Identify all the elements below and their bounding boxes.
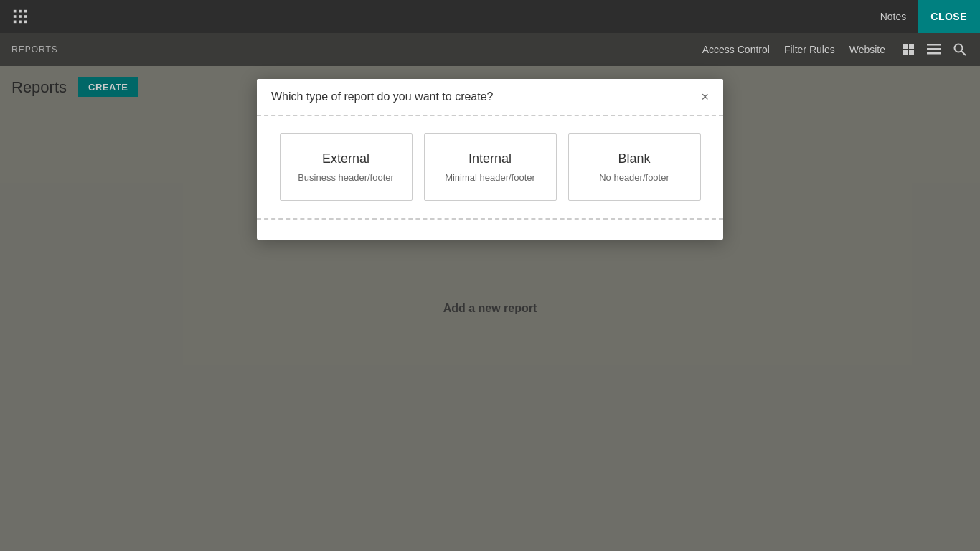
blank-card-title: Blank <box>618 151 650 166</box>
svg-rect-15 <box>927 52 941 55</box>
external-card-title: External <box>322 151 369 166</box>
close-button[interactable]: CLOSE <box>918 0 980 33</box>
svg-rect-0 <box>14 10 17 13</box>
modal-footer <box>257 220 723 240</box>
svg-rect-13 <box>927 44 941 46</box>
svg-rect-9 <box>903 44 908 49</box>
modal-header: Which type of report do you want to crea… <box>257 79 723 116</box>
apps-grid-icon[interactable] <box>7 4 33 29</box>
report-type-modal: Which type of report do you want to crea… <box>257 79 723 240</box>
secondary-nav-left: REPORTS <box>11 44 58 55</box>
modal-overlay: Which type of report do you want to crea… <box>0 66 980 551</box>
svg-rect-14 <box>927 48 941 50</box>
nav-icons <box>900 41 969 58</box>
avatar-icon[interactable] <box>900 41 917 58</box>
svg-rect-7 <box>19 21 22 24</box>
modal-title: Which type of report do you want to crea… <box>271 90 494 103</box>
svg-rect-2 <box>24 10 27 13</box>
search-icon[interactable] <box>951 41 969 58</box>
top-nav-right: Notes CLOSE <box>869 0 980 33</box>
svg-line-17 <box>961 51 966 55</box>
svg-rect-11 <box>903 50 908 55</box>
external-report-card[interactable]: External Business header/footer <box>280 133 413 201</box>
top-nav-bar: Notes CLOSE <box>0 0 980 33</box>
main-content-area: Reports CREATE Add a new report Which ty… <box>0 66 980 551</box>
blank-report-card[interactable]: Blank No header/footer <box>568 133 701 201</box>
external-card-subtitle: Business header/footer <box>298 172 394 183</box>
internal-card-title: Internal <box>468 151 512 166</box>
modal-close-icon[interactable]: × <box>701 90 709 103</box>
internal-report-card[interactable]: Internal Minimal header/footer <box>424 133 557 201</box>
reports-section-label: REPORTS <box>11 44 58 55</box>
svg-rect-5 <box>24 15 27 18</box>
modal-body: External Business header/footer Internal… <box>257 116 723 220</box>
svg-rect-4 <box>19 15 22 18</box>
svg-rect-10 <box>909 44 914 49</box>
svg-rect-1 <box>19 10 22 13</box>
svg-point-16 <box>955 44 963 52</box>
website-link[interactable]: Website <box>849 44 885 55</box>
svg-rect-12 <box>909 50 914 55</box>
filter-rules-link[interactable]: Filter Rules <box>784 44 835 55</box>
secondary-nav-bar: REPORTS Access Control Filter Rules Webs… <box>0 33 980 66</box>
list-view-icon[interactable] <box>925 41 943 58</box>
blank-card-subtitle: No header/footer <box>599 172 669 183</box>
access-control-link[interactable]: Access Control <box>702 44 770 55</box>
svg-rect-8 <box>24 21 27 24</box>
svg-rect-6 <box>14 21 17 24</box>
notes-button[interactable]: Notes <box>869 0 918 33</box>
top-nav-left <box>0 4 33 29</box>
secondary-nav-right: Access Control Filter Rules Website <box>702 41 969 58</box>
svg-rect-3 <box>14 15 17 18</box>
internal-card-subtitle: Minimal header/footer <box>445 172 535 183</box>
